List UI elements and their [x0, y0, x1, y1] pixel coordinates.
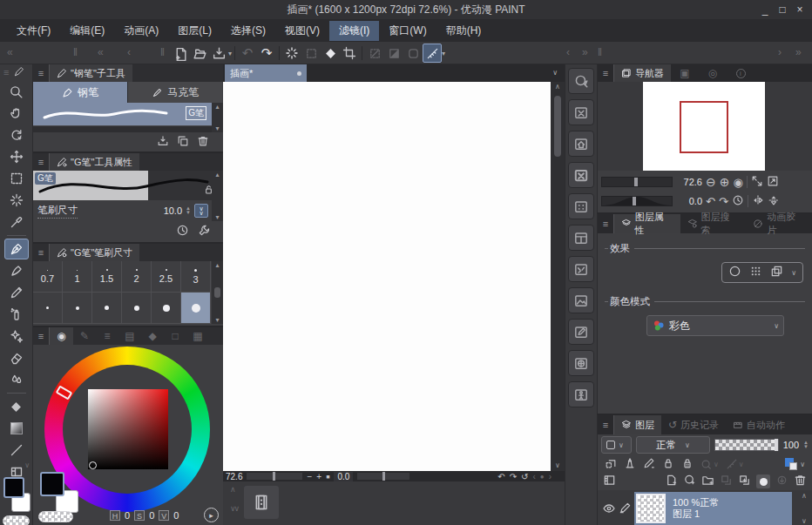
- menu-view[interactable]: 视图(V): [275, 21, 329, 41]
- page-manager-button[interactable]: [244, 486, 279, 519]
- nav-flip-vertical-icon[interactable]: [768, 194, 780, 209]
- snap-ruler-active-button[interactable]: [423, 44, 442, 63]
- size-cell-1[interactable]: 1: [63, 261, 92, 293]
- tab-animation-cel[interactable]: 动画胶片: [746, 214, 812, 233]
- material-folder-cancel-button[interactable]: [568, 99, 594, 125]
- tab-intermediate-color-icon[interactable]: ◆: [141, 327, 164, 345]
- canvas-vscrollbar[interactable]: ∧ ∨: [551, 82, 565, 471]
- sv-cursor[interactable]: [89, 461, 97, 469]
- brush-size-spinner[interactable]: ▲▼: [186, 206, 191, 215]
- toolbox-menu-icon[interactable]: ≡: [3, 67, 9, 77]
- enable-mask-icon[interactable]: ∨: [700, 458, 719, 470]
- new-raster-layer-icon[interactable]: [665, 474, 678, 489]
- tool-pencil[interactable]: [4, 282, 29, 303]
- transfer-to-lower-icon[interactable]: [720, 474, 733, 489]
- size-cell-2.5[interactable]: 2.5: [152, 261, 181, 293]
- tool-rotate-canvas[interactable]: [4, 125, 29, 145]
- subtool-scrollbar[interactable]: ▴▾: [212, 103, 223, 132]
- brushsize-scrollbar[interactable]: ▴.▾: [212, 261, 223, 324]
- rotate-right-icon[interactable]: ↷: [510, 472, 517, 481]
- material-folder-tone-button[interactable]: [568, 193, 594, 219]
- dock-handle2-icon[interactable]: ‖: [598, 46, 602, 58]
- tab-auto-action[interactable]: 自动动作: [726, 415, 792, 434]
- tab-color-film-icon[interactable]: ▦: [186, 327, 209, 345]
- tone-effect-icon[interactable]: [749, 265, 762, 280]
- navigator-menu-icon[interactable]: ≡: [598, 68, 613, 78]
- size-cell-5[interactable]: [63, 293, 92, 324]
- rotate-readout[interactable]: 0.0: [334, 472, 353, 481]
- size-cell-1.5[interactable]: 1.5: [92, 261, 122, 293]
- tool-auto-select[interactable]: [4, 190, 29, 211]
- dock-arrow2-icon[interactable]: ‹: [566, 46, 570, 58]
- main-color-swatch-large[interactable]: [40, 472, 64, 496]
- save-dropdown-icon[interactable]: ▾: [228, 50, 232, 57]
- layer-list-scrollbar[interactable]: ∧∨: [798, 490, 810, 525]
- tab-history[interactable]: ↺ 历史记录: [661, 415, 726, 434]
- clear-selection-button[interactable]: [301, 44, 321, 63]
- tab-layers[interactable]: 图层: [613, 415, 661, 434]
- material-folder-image-button[interactable]: [568, 287, 594, 313]
- ruler-range-icon[interactable]: ∨: [726, 458, 744, 470]
- material-folder-scatter-button[interactable]: [568, 256, 594, 282]
- nav-fit-icon[interactable]: [751, 175, 763, 190]
- new-layer-folder-icon[interactable]: [701, 474, 714, 489]
- merge-to-lower-icon[interactable]: [738, 474, 751, 489]
- tab-color-wheel[interactable]: ◉: [49, 327, 73, 345]
- color-menu-icon[interactable]: ≡: [33, 331, 49, 341]
- tool-gradient[interactable]: [4, 418, 29, 439]
- opacity-slider[interactable]: [714, 439, 779, 451]
- menu-layer[interactable]: 图层(L): [168, 21, 221, 41]
- snap-grid-icon[interactable]: [403, 44, 423, 63]
- tool-airbrush[interactable]: [4, 304, 29, 325]
- zoom-in-icon[interactable]: +: [316, 472, 321, 481]
- size-cell-3[interactable]: 3: [181, 261, 211, 293]
- size-cell-2[interactable]: 2: [122, 261, 152, 293]
- tab-color-slider-icon[interactable]: ≡: [96, 327, 118, 345]
- draft-layer-icon[interactable]: [643, 457, 655, 472]
- brushsize-menu-icon[interactable]: ≡: [33, 247, 49, 258]
- dock-arrow-icon[interactable]: ‹: [127, 46, 131, 58]
- snap-dropdown-icon[interactable]: ▾: [442, 50, 445, 57]
- layer-row-selected[interactable]: 100 %正常 图层 1: [634, 492, 792, 525]
- delete-subtool-icon[interactable]: [197, 135, 209, 150]
- tool-blend[interactable]: [4, 369, 29, 390]
- tab-pen-group[interactable]: 钢笔: [33, 82, 128, 103]
- menu-animation[interactable]: 动画(A): [114, 21, 168, 41]
- menu-select[interactable]: 选择(S): [221, 21, 275, 41]
- new-vector-layer-icon[interactable]: [683, 474, 696, 489]
- toolprop-scrollbar[interactable]: ▴▾: [212, 171, 223, 221]
- apply-mask-icon[interactable]: [775, 474, 788, 489]
- scroll-down-icon[interactable]: ∨: [551, 461, 565, 471]
- delete-layer-icon[interactable]: [794, 474, 807, 489]
- tab-layer-search[interactable]: 图层搜索: [680, 214, 747, 233]
- crop-button[interactable]: [340, 44, 359, 63]
- transparent-color-swatch[interactable]: [3, 515, 30, 525]
- border-effect-icon[interactable]: [728, 265, 741, 280]
- tab-subview-icon[interactable]: ▣: [671, 64, 699, 82]
- navigator-preview[interactable]: [598, 82, 812, 171]
- tab-color-set-icon[interactable]: ▤: [118, 327, 141, 345]
- create-mask-icon[interactable]: [756, 475, 770, 488]
- toolbar-handle-icon[interactable]: ‖: [160, 46, 165, 58]
- material-folder-3d-button[interactable]: [568, 350, 594, 376]
- clear-button[interactable]: [282, 44, 301, 63]
- layerprop-menu-icon[interactable]: ≡: [598, 219, 613, 229]
- nav-rotate-left-icon[interactable]: ↶: [706, 195, 715, 208]
- maximize-button[interactable]: □: [774, 0, 791, 19]
- canvas-tab[interactable]: 插画*: [225, 64, 307, 82]
- zoom-slider[interactable]: [247, 473, 302, 480]
- duplicate-subtool-icon[interactable]: [177, 135, 189, 150]
- opacity-value[interactable]: 100: [783, 440, 799, 450]
- tool-zoom[interactable]: [4, 81, 29, 102]
- wrench-icon[interactable]: [198, 224, 211, 239]
- size-cell-8[interactable]: [122, 293, 152, 324]
- vscroll-thumb[interactable]: [554, 96, 561, 157]
- save-button[interactable]: [209, 44, 228, 63]
- nav-fullscreen-icon[interactable]: [767, 175, 779, 190]
- menu-window[interactable]: 窗口(W): [379, 21, 436, 41]
- tab-layer-property[interactable]: 图层属性: [613, 214, 680, 233]
- nav-zoom-in-icon[interactable]: ⊕: [720, 175, 730, 189]
- menu-filter[interactable]: 滤镜(I): [329, 21, 379, 41]
- dock-handle-icon[interactable]: ‖: [73, 46, 78, 58]
- menu-edit[interactable]: 编辑(E): [60, 21, 114, 41]
